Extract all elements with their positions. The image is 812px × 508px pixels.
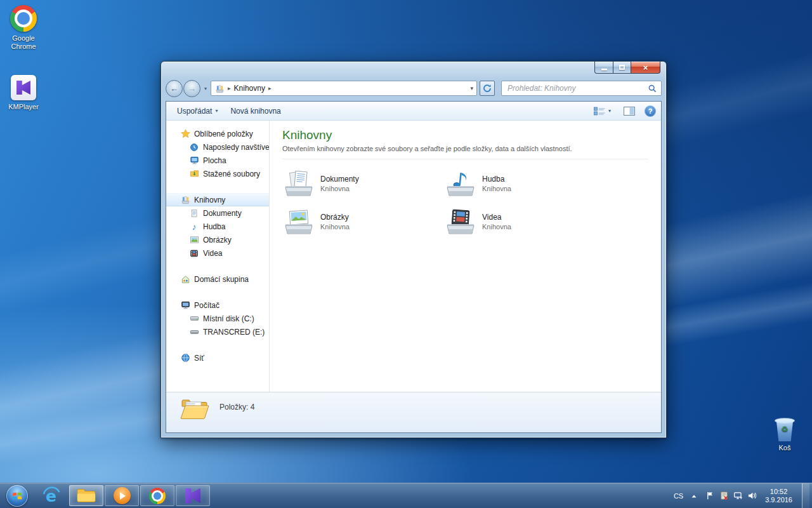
sidebar-item-documents[interactable]: Dokumenty [166, 206, 269, 220]
address-bar[interactable]: ▸ Knihovny ▸ ▾ [211, 81, 477, 96]
taskbar-ie-button[interactable]: e [34, 483, 69, 508]
taskbar-chrome-button[interactable] [140, 485, 174, 506]
tray-icons [705, 491, 757, 501]
sidebar-item-label: Počítač [194, 301, 219, 310]
forward-button[interactable]: → [183, 80, 200, 97]
sidebar-item-label: Oblíbené položky [194, 130, 253, 138]
taskbar: e CS [0, 483, 812, 508]
refresh-icon [483, 84, 492, 93]
explorer-window: × ← → ▾ ▸ Knihovny ▸ ▾ [160, 61, 667, 438]
library-item-videos[interactable]: Videa Knihovna [444, 206, 606, 237]
sidebar-item-local-disk[interactable]: Místní disk (C:) [166, 312, 269, 325]
start-button[interactable] [0, 483, 34, 508]
sidebar-item-label: Hudba [203, 222, 225, 231]
star-icon [180, 129, 190, 139]
show-hidden-icons-button[interactable] [689, 491, 699, 501]
taskbar-clock[interactable]: 10:52 3.9.2016 [765, 488, 792, 504]
dropdown-caret-icon: ▾ [608, 108, 611, 114]
library-type: Knihovna [320, 185, 359, 192]
system-tray: CS 10:52 3.9.2016 [674, 483, 812, 508]
sidebar-item-label: Síť [194, 354, 204, 363]
breadcrumb-segment[interactable]: Knihovny [234, 84, 265, 93]
recent-places-icon [189, 142, 199, 152]
network-icon[interactable] [733, 491, 743, 501]
desktop-icon-label: KMPlayer [8, 103, 39, 111]
maximize-button[interactable] [613, 62, 631, 74]
desktop-icon-label: Koš [779, 444, 791, 452]
preview-pane-button[interactable] [620, 104, 638, 118]
maximize-icon [619, 65, 625, 70]
downloads-icon [189, 169, 199, 179]
views-icon [594, 107, 605, 116]
pictures-library-icon [282, 208, 315, 236]
desktop-monitor-icon [189, 156, 199, 166]
organize-label: Uspořádat [177, 107, 212, 116]
language-indicator[interactable]: CS [674, 492, 683, 500]
sidebar-item-recent[interactable]: Naposledy navštívené [166, 140, 269, 154]
tray-alert-icon[interactable] [719, 491, 729, 501]
library-type: Knihovna [482, 185, 511, 192]
sidebar-item-label: Místní disk (C:) [203, 314, 254, 323]
help-button[interactable]: ? [645, 105, 656, 117]
sidebar-item-computer[interactable]: Počítač [166, 298, 269, 312]
search-icon[interactable] [648, 84, 657, 93]
breadcrumb-chevron-icon[interactable]: ▸ [268, 85, 272, 91]
sidebar-item-homegroup[interactable]: Domácí skupina [166, 272, 269, 286]
removable-disk-icon [189, 327, 199, 337]
sidebar-item-pictures[interactable]: Obrázky [166, 233, 269, 246]
sidebar-item-libraries[interactable]: Knihovny [166, 193, 269, 206]
volume-icon[interactable] [747, 491, 757, 501]
address-dropdown-icon[interactable]: ▾ [470, 85, 473, 91]
sidebar-item-network[interactable]: Síť [166, 351, 269, 364]
videos-icon [189, 248, 199, 258]
desktop-icon-kmplayer[interactable]: KMPlayer [0, 75, 47, 111]
svg-text:e: e [46, 487, 56, 505]
close-button[interactable]: × [631, 62, 660, 74]
media-player-icon [114, 487, 131, 504]
sidebar-item-music[interactable]: ♪ Hudba [166, 220, 269, 233]
back-button[interactable]: ← [166, 80, 183, 97]
library-item-documents[interactable]: Dokumenty Knihovna [282, 168, 444, 199]
sidebar-item-removable-disk[interactable]: TRANSCRED (E:) [166, 325, 269, 338]
sidebar-item-downloads[interactable]: Stažené soubory [166, 167, 269, 180]
clock-time: 10:52 [765, 488, 792, 496]
organize-button[interactable]: Uspořádat ▾ [171, 104, 223, 118]
library-name: Hudba [482, 175, 511, 184]
sidebar-item-favorites[interactable]: Oblíbené položky [166, 127, 269, 140]
action-center-flag-icon[interactable] [705, 491, 715, 501]
library-name: Videa [482, 213, 511, 222]
preview-pane-icon [624, 107, 635, 116]
sidebar-item-desktop[interactable]: Plocha [166, 154, 269, 167]
search-input[interactable] [506, 83, 648, 93]
libraries-group: Knihovny Dokumenty ♪ Hudba Obrázky [166, 193, 269, 260]
libraries-grid: Dokumenty Knihovna [282, 168, 648, 237]
change-view-button[interactable]: ▾ [591, 104, 614, 118]
sidebar-item-label: Dokumenty [203, 209, 242, 218]
new-library-label: Nová knihovna [230, 107, 280, 116]
minimize-button[interactable] [594, 62, 613, 74]
refresh-button[interactable] [480, 81, 495, 96]
documents-icon [189, 208, 199, 218]
hard-disk-icon [189, 314, 199, 324]
recycle-bin-icon: ♻ [774, 416, 796, 441]
history-dropdown-icon[interactable]: ▾ [204, 86, 207, 91]
minimize-icon [601, 69, 607, 70]
library-item-pictures[interactable]: Obrázky Knihovna [282, 206, 444, 237]
new-library-button[interactable]: Nová knihovna [225, 104, 286, 118]
library-item-music[interactable]: Hudba Knihovna [444, 168, 606, 199]
desktop-icon-recycle-bin[interactable]: ♻ Koš [761, 416, 808, 452]
folder-icon [76, 487, 96, 504]
folder-large-icon [180, 396, 209, 422]
sidebar-item-label: Obrázky [203, 236, 232, 244]
windows-start-icon [6, 485, 28, 507]
page-subtitle: Otevřením knihovny zobrazte své soubory … [282, 145, 648, 159]
sidebar-item-label: Stažené soubory [203, 170, 260, 178]
show-desktop-button[interactable] [802, 483, 809, 508]
desktop-icon-chrome[interactable]: Google Chrome [0, 5, 47, 51]
sidebar-item-videos[interactable]: Videa [166, 246, 269, 260]
taskbar-media-player-button[interactable] [105, 485, 139, 506]
details-pane: Položky: 4 [166, 392, 661, 432]
taskbar-kmplayer-button[interactable] [176, 485, 210, 506]
taskbar-explorer-button[interactable] [69, 485, 103, 506]
title-bar[interactable] [161, 62, 666, 78]
